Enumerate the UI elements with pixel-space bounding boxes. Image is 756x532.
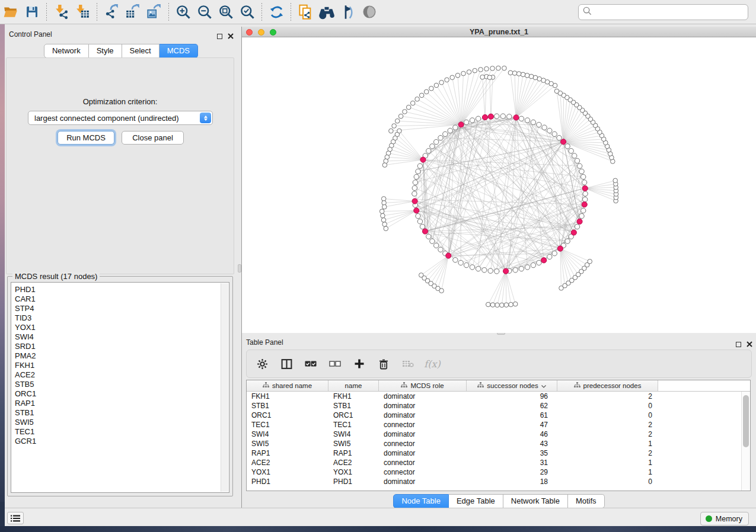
column-header-shared-name[interactable]: shared name	[247, 380, 328, 391]
cell-predecessor-nodes: 2	[557, 430, 658, 439]
open-folder-icon[interactable]	[0, 2, 21, 21]
cell-name: YOX1	[328, 467, 379, 477]
tab-network[interactable]: Network	[44, 44, 89, 58]
table-toolbar: f(x)	[246, 350, 752, 378]
cell-shared-name: YOX1	[247, 467, 328, 477]
save-icon[interactable]	[21, 2, 43, 21]
float-panel-icon[interactable]	[217, 34, 222, 39]
column-header-predecessor-nodes[interactable]: predecessor nodes	[557, 380, 658, 391]
zoom-out-icon[interactable]	[194, 2, 215, 21]
deselect-all-checkboxes-icon[interactable]	[328, 357, 342, 371]
table-row[interactable]: PHD1PHD1dominator180	[247, 477, 750, 486]
table-row[interactable]: FKH1FKH1dominator962	[247, 392, 750, 401]
memory-button[interactable]: Memory	[700, 512, 749, 525]
sort-chevron-icon	[541, 382, 546, 389]
settings-gear-icon[interactable]	[255, 357, 269, 371]
column-header-name[interactable]: name	[328, 380, 379, 391]
result-node[interactable]: GCR1	[11, 437, 229, 446]
result-node[interactable]: SRD1	[11, 342, 229, 351]
cell-mcds-role: dominator	[379, 392, 467, 401]
tab-motifs[interactable]: Motifs	[568, 494, 605, 508]
search-network-icon[interactable]	[316, 2, 337, 21]
show-graphics-details-icon[interactable]	[337, 2, 359, 21]
mcds-result-title: MCDS result (17 nodes)	[12, 272, 100, 281]
add-column-icon[interactable]	[352, 357, 366, 371]
select-all-checkboxes-icon[interactable]	[304, 357, 318, 371]
table-row[interactable]: ORC1ORC1dominator610	[247, 411, 750, 420]
cell-successor-nodes: 61	[467, 411, 557, 420]
result-node[interactable]: SWI5	[11, 418, 229, 427]
cell-mcds-role: dominator	[379, 430, 467, 439]
result-node[interactable]: ACE2	[11, 370, 229, 380]
close-panel-icon[interactable]	[228, 31, 234, 41]
clone-network-icon[interactable]	[295, 2, 316, 21]
cell-predecessor-nodes: 1	[557, 458, 658, 467]
window-zoom-traffic-light[interactable]	[270, 29, 276, 36]
result-node[interactable]: STB5	[11, 380, 229, 389]
optimization-criterion-select[interactable]: largest connected component (undirected)	[28, 111, 213, 125]
column-header-successor-nodes[interactable]: successor nodes	[467, 380, 557, 391]
result-node[interactable]: ORC1	[11, 389, 229, 399]
window-minimize-traffic-light[interactable]	[258, 29, 264, 36]
show-columns-icon[interactable]	[279, 357, 294, 371]
import-network-icon[interactable]	[50, 2, 72, 21]
hide-details-icon[interactable]	[359, 2, 380, 21]
result-node[interactable]: TEC1	[11, 427, 229, 437]
search-field[interactable]	[578, 4, 748, 20]
run-mcds-button[interactable]: Run MCDS	[58, 131, 114, 145]
cell-name: RAP1	[328, 448, 379, 458]
search-icon	[582, 6, 592, 18]
result-node[interactable]: YOX1	[11, 323, 229, 332]
close-panel-button[interactable]: Close panel	[122, 131, 184, 145]
tab-network-table[interactable]: Network Table	[503, 494, 568, 508]
scrollbar-thumb[interactable]	[743, 395, 749, 447]
window-close-traffic-light[interactable]	[246, 29, 253, 36]
memory-status-icon	[706, 515, 712, 522]
result-node[interactable]: RAP1	[11, 399, 229, 408]
delete-column-trash-icon[interactable]	[377, 357, 391, 371]
result-list-scrollbar[interactable]	[221, 283, 228, 492]
table-row[interactable]: TEC1TEC1connector472	[247, 420, 750, 430]
table-row[interactable]: YOX1YOX1connector291	[247, 467, 750, 477]
result-node[interactable]: CAR1	[11, 294, 229, 304]
table-vertical-scrollbar[interactable]	[741, 392, 750, 491]
import-table-icon[interactable]	[72, 2, 93, 21]
zoom-fit-icon[interactable]	[215, 2, 237, 21]
result-node[interactable]: STP4	[11, 304, 229, 313]
zoom-selected-icon[interactable]	[237, 2, 258, 21]
mcds-result-list[interactable]: PHD1CAR1STP4TID3YOX1SWI4SRD1PMA2FKH1ACE2…	[11, 282, 229, 493]
cell-predecessor-nodes: 2	[557, 392, 658, 401]
result-node[interactable]: FKH1	[11, 361, 229, 370]
column-header-mcds-role[interactable]: MCDS role	[379, 380, 467, 391]
tab-node-table[interactable]: Node Table	[393, 494, 449, 508]
export-network-icon[interactable]	[101, 2, 122, 21]
export-table-icon[interactable]	[122, 2, 143, 21]
task-history-button[interactable]	[7, 512, 24, 524]
result-node[interactable]: PMA2	[11, 351, 229, 361]
network-canvas[interactable]	[242, 37, 756, 333]
close-panel-icon[interactable]	[747, 339, 752, 350]
toolbar-separator	[168, 3, 169, 21]
tab-style[interactable]: Style	[89, 44, 122, 58]
network-graph	[242, 37, 756, 332]
tab-edge-table[interactable]: Edge Table	[449, 494, 503, 508]
tab-mcds[interactable]: MCDS	[160, 44, 198, 58]
result-node[interactable]: TID3	[11, 313, 229, 323]
export-image-icon[interactable]	[143, 2, 165, 21]
table-row[interactable]: ACE2ACE2connector311	[247, 458, 750, 467]
table-row[interactable]: SWI4SWI4dominator462	[247, 430, 750, 439]
result-node[interactable]: STB1	[11, 408, 229, 418]
float-panel-icon[interactable]	[736, 342, 741, 347]
table-row[interactable]: STB1STB1dominator620	[247, 401, 750, 411]
zoom-in-icon[interactable]	[173, 2, 194, 21]
toolbar-separator	[291, 3, 291, 21]
tab-select[interactable]: Select	[122, 44, 160, 58]
cell-name: SWI5	[328, 439, 379, 448]
result-node[interactable]: PHD1	[11, 285, 229, 294]
table-row[interactable]: SWI5SWI5connector431	[247, 439, 750, 448]
table-row[interactable]: RAP1RAP1dominator352	[247, 448, 750, 458]
cell-predecessor-nodes: 0	[557, 477, 658, 486]
search-input[interactable]	[592, 7, 748, 18]
result-node[interactable]: SWI4	[11, 332, 229, 342]
refresh-icon[interactable]	[266, 2, 287, 21]
